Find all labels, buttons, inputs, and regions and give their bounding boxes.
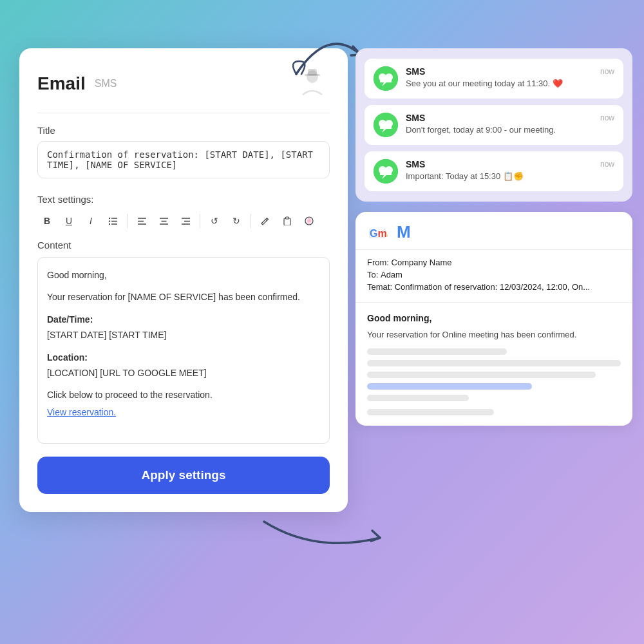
right-panel: SMS now See you at our meeting today at … <box>355 48 632 426</box>
content-label: Content <box>37 240 330 251</box>
svg-rect-19 <box>284 218 290 225</box>
bold-button[interactable]: B <box>37 211 57 231</box>
email-footer-line <box>367 409 494 415</box>
svg-rect-25 <box>380 77 392 82</box>
undo-button[interactable]: ↺ <box>205 211 224 231</box>
sms-title-1: SMS <box>406 66 425 77</box>
email-from: From: Company Name <box>367 258 621 267</box>
sms-card-1: SMS now See you at our meeting today at … <box>365 59 623 99</box>
sms-header-3: SMS now <box>406 159 614 169</box>
toolbar-separator-2 <box>200 214 200 228</box>
email-to: To: Adam <box>367 270 621 279</box>
sms-header-1: SMS now <box>406 66 614 77</box>
list-button[interactable] <box>103 211 122 231</box>
gmail-m-icon: M <box>395 222 416 243</box>
color-button[interactable] <box>299 211 319 231</box>
email-body: Good morning, Your reservation for Onlin… <box>355 303 632 426</box>
email-subject: Temat: Confirmation of reservation: 12/0… <box>367 282 621 292</box>
svg-rect-20 <box>286 217 289 219</box>
panel-title: Email <box>37 73 86 94</box>
placeholder-line-2 <box>367 360 621 366</box>
person-icon <box>295 66 330 101</box>
toolbar-separator <box>127 214 128 228</box>
align-right-button[interactable] <box>176 211 195 231</box>
svg-text:Gmail: Gmail <box>370 228 388 239</box>
svg-line-18 <box>266 220 267 221</box>
email-editor-panel: Email SMS Title Confirmation of reservat… <box>19 48 348 512</box>
content-location-label: Location: <box>47 350 320 365</box>
sms-content-2: SMS now Don't forget, today at 9:00 - ou… <box>406 113 614 135</box>
email-greeting: Good morning, <box>367 313 621 323</box>
sms-time-2: now <box>600 113 614 122</box>
svg-point-8 <box>108 223 109 224</box>
align-center-button[interactable] <box>154 211 173 231</box>
panel-header: Email SMS <box>37 66 330 113</box>
toolbar-separator-3 <box>251 214 251 228</box>
svg-rect-30 <box>380 124 392 129</box>
sms-icon-2 <box>374 113 398 137</box>
sms-header-2: SMS now <box>406 113 614 123</box>
title-input[interactable]: Confirmation of reservation: [START DATE… <box>37 141 330 178</box>
sms-message-1: See you at our meeting today at 11:30. ❤… <box>406 79 614 88</box>
text-toolbar: B U I ↺ ↻ <box>37 211 330 231</box>
email-header: Gmail M <box>355 212 632 250</box>
sms-content-1: SMS now See you at our meeting today at … <box>406 66 614 88</box>
svg-rect-2 <box>308 69 317 75</box>
email-meta: From: Company Name To: Adam Temat: Confi… <box>355 250 632 303</box>
panel-subtitle: SMS <box>95 78 117 90</box>
content-greeting: Good morning, <box>47 268 320 282</box>
content-datetime-label: Date/Time: <box>47 312 320 327</box>
email-placeholder-lines <box>367 348 621 401</box>
placeholder-line-4 <box>367 395 469 401</box>
sms-title-2: SMS <box>406 113 425 123</box>
sms-card-2: SMS now Don't forget, today at 9:00 - ou… <box>365 105 623 145</box>
sms-time-3: now <box>600 160 614 169</box>
email-body-text: Your reservation for Online meeting has … <box>367 330 621 339</box>
text-settings-label: Text settings: <box>37 194 330 205</box>
sms-title-3: SMS <box>406 159 425 169</box>
align-left-button[interactable] <box>132 211 151 231</box>
svg-rect-35 <box>380 170 392 175</box>
svg-text:M: M <box>397 222 411 242</box>
view-reservation-link[interactable]: View reservation. <box>47 407 116 417</box>
sms-content-3: SMS now Important: Today at 15:30 📋✊ <box>406 159 614 181</box>
content-location-value: [LOCATION] [URL TO GOOGLE MEET] <box>47 366 320 380</box>
sms-message-3: Important: Today at 15:30 📋✊ <box>406 171 614 181</box>
italic-button[interactable]: I <box>81 211 100 231</box>
underline-button[interactable]: U <box>59 211 79 231</box>
content-area: Good morning, Your reservation for [NAME… <box>37 257 330 444</box>
content-cta: Click below to proceed to the reservatio… <box>47 388 320 402</box>
gmail-icon: Gmail <box>367 222 388 243</box>
email-preview-section: Gmail M From: Company Name To: Adam Tema… <box>355 212 632 426</box>
arrow-bottom <box>251 509 419 560</box>
placeholder-line-highlighted <box>367 383 532 390</box>
svg-point-6 <box>108 217 109 218</box>
placeholder-line-3 <box>367 372 596 378</box>
redo-button[interactable]: ↻ <box>227 211 246 231</box>
title-field-label: Title <box>37 125 330 136</box>
content-body: Your reservation for [NAME OF SERVICE] h… <box>47 290 320 304</box>
sms-icon-3 <box>374 159 398 184</box>
sms-message-2: Don't forget, today at 9:00 - our meetin… <box>406 125 614 135</box>
placeholder-line-1 <box>367 348 507 355</box>
svg-point-7 <box>108 220 109 222</box>
sms-section: SMS now See you at our meeting today at … <box>355 48 632 202</box>
sms-icon-1 <box>374 66 398 91</box>
clipboard-button[interactable] <box>278 211 297 231</box>
content-datetime-value: [START DATE] [START TIME] <box>47 328 320 342</box>
edit-button[interactable] <box>256 211 275 231</box>
sms-card-3: SMS now Important: Today at 15:30 📋✊ <box>365 151 623 191</box>
sms-time-1: now <box>600 67 614 76</box>
apply-settings-button[interactable]: Apply settings <box>37 457 330 494</box>
